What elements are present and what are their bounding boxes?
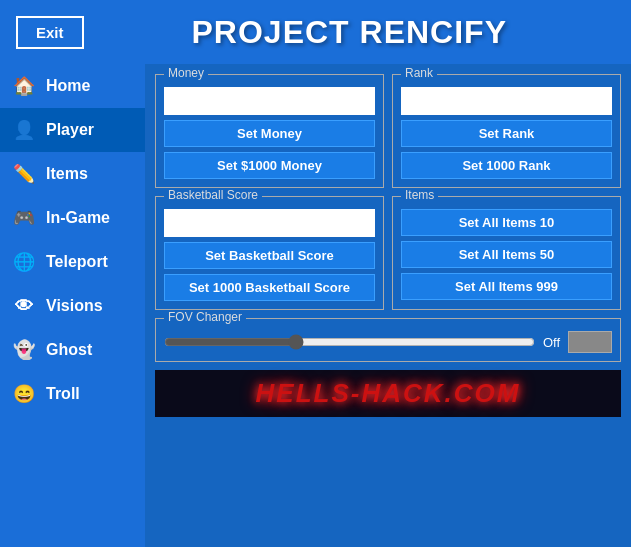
basketball-input[interactable] <box>164 209 375 237</box>
set-basketball-button[interactable]: Set Basketball Score <box>164 242 375 269</box>
basketball-panel: Basketball Score Set Basketball Score Se… <box>155 196 384 310</box>
header: Exit PROJECT RENCIFY <box>0 0 631 64</box>
exit-button[interactable]: Exit <box>16 16 84 49</box>
set-1000-money-button[interactable]: Set $1000 Money <box>164 152 375 179</box>
sidebar-item-troll[interactable]: 😄 Troll <box>0 372 145 416</box>
items-panel-inner: Set All Items 10 Set All Items 50 Set Al… <box>401 209 612 300</box>
sidebar-item-ingame-label: In-Game <box>46 209 110 227</box>
money-panel: Money Set Money Set $1000 Money <box>155 74 384 188</box>
sidebar-item-ghost[interactable]: 👻 Ghost <box>0 328 145 372</box>
mid-row: Basketball Score Set Basketball Score Se… <box>155 196 621 310</box>
set-all-items-50-button[interactable]: Set All Items 50 <box>401 241 612 268</box>
teleport-icon: 🌐 <box>12 250 36 274</box>
footer-text: HELLS-HACK.COM <box>256 378 521 408</box>
sidebar-item-teleport-label: Teleport <box>46 253 108 271</box>
player-icon: 👤 <box>12 118 36 142</box>
set-1000-basketball-button[interactable]: Set 1000 Basketball Score <box>164 274 375 301</box>
sidebar-item-items-label: Items <box>46 165 88 183</box>
main-layout: 🏠 Home 👤 Player ✏️ Items 🎮 In-Game 🌐 Tel… <box>0 64 631 547</box>
visions-icon: 👁 <box>12 294 36 318</box>
sidebar-item-home-label: Home <box>46 77 90 95</box>
top-row: Money Set Money Set $1000 Money Rank Set… <box>155 74 621 188</box>
fov-slider[interactable] <box>164 334 535 350</box>
rank-panel-inner: Set Rank Set 1000 Rank <box>401 87 612 179</box>
money-input[interactable] <box>164 87 375 115</box>
fov-panel: FOV Changer Off <box>155 318 621 362</box>
set-all-items-10-button[interactable]: Set All Items 10 <box>401 209 612 236</box>
sidebar-item-ghost-label: Ghost <box>46 341 92 359</box>
sidebar-item-player-label: Player <box>46 121 94 139</box>
footer-banner: HELLS-HACK.COM <box>155 370 621 417</box>
items-icon: ✏️ <box>12 162 36 186</box>
money-panel-title: Money <box>164 66 208 80</box>
app-title: PROJECT RENCIFY <box>84 14 615 51</box>
money-panel-inner: Set Money Set $1000 Money <box>164 87 375 179</box>
rank-panel: Rank Set Rank Set 1000 Rank <box>392 74 621 188</box>
troll-icon: 😄 <box>12 382 36 406</box>
rank-input[interactable] <box>401 87 612 115</box>
sidebar-item-troll-label: Troll <box>46 385 80 403</box>
set-1000-rank-button[interactable]: Set 1000 Rank <box>401 152 612 179</box>
set-money-button[interactable]: Set Money <box>164 120 375 147</box>
sidebar-item-player[interactable]: 👤 Player <box>0 108 145 152</box>
sidebar-item-items[interactable]: ✏️ Items <box>0 152 145 196</box>
set-all-items-999-button[interactable]: Set All Items 999 <box>401 273 612 300</box>
home-icon: 🏠 <box>12 74 36 98</box>
set-rank-button[interactable]: Set Rank <box>401 120 612 147</box>
items-panel-title: Items <box>401 188 438 202</box>
rank-panel-title: Rank <box>401 66 437 80</box>
content-area: Money Set Money Set $1000 Money Rank Set… <box>145 64 631 547</box>
items-panel: Items Set All Items 10 Set All Items 50 … <box>392 196 621 310</box>
fov-toggle[interactable] <box>568 331 612 353</box>
sidebar-item-ingame[interactable]: 🎮 In-Game <box>0 196 145 240</box>
fov-panel-title: FOV Changer <box>164 310 246 324</box>
sidebar-item-visions-label: Visions <box>46 297 103 315</box>
ghost-icon: 👻 <box>12 338 36 362</box>
basketball-panel-title: Basketball Score <box>164 188 262 202</box>
sidebar-item-home[interactable]: 🏠 Home <box>0 64 145 108</box>
sidebar: 🏠 Home 👤 Player ✏️ Items 🎮 In-Game 🌐 Tel… <box>0 64 145 547</box>
sidebar-item-teleport[interactable]: 🌐 Teleport <box>0 240 145 284</box>
sidebar-item-visions[interactable]: 👁 Visions <box>0 284 145 328</box>
fov-off-label: Off <box>543 335 560 350</box>
fov-inner: Off <box>164 331 612 353</box>
basketball-panel-inner: Set Basketball Score Set 1000 Basketball… <box>164 209 375 301</box>
ingame-icon: 🎮 <box>12 206 36 230</box>
